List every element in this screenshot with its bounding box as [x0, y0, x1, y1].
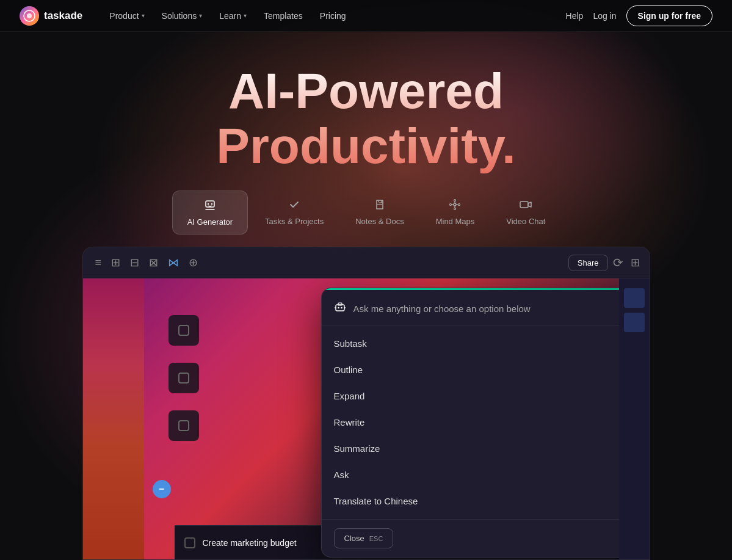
chevron-down-icon: ▾ — [244, 12, 247, 19]
toolbar-calendar-icon[interactable]: ⊟ — [128, 253, 142, 272]
ai-modal-header: Ask me anything or choose an option belo… — [322, 290, 619, 325]
feature-tabs: AI Generator Tasks & Projects Notes & Do… — [0, 191, 732, 235]
ai-option-rewrite[interactable]: Rewrite — [322, 409, 619, 435]
demo-toolbar: ≡ ⊞ ⊟ ⊠ ⋈ ⊕ Share ⟳ ⊞ — [83, 247, 650, 278]
navbar: taskade Product ▾ Solutions ▾ Learn ▾ Te… — [0, 0, 732, 32]
toolbar-table-icon[interactable]: ⊠ — [147, 253, 161, 272]
demo-sidebar — [83, 278, 144, 559]
checklist-item-1 — [169, 315, 199, 346]
nav-learn[interactable]: Learn ▾ — [212, 7, 254, 24]
nav-pricing[interactable]: Pricing — [313, 7, 353, 24]
hero-section: AI-Powered Productivity. — [0, 32, 732, 173]
nav-links: Product ▾ Solutions ▾ Learn ▾ Templates … — [102, 7, 565, 24]
ai-option-summarize[interactable]: Summarize — [322, 435, 619, 462]
toolbar-mindmap-icon[interactable]: ⊕ — [186, 253, 200, 272]
svg-point-21 — [338, 307, 339, 309]
tab-tasks-projects[interactable]: Tasks & Projects — [250, 191, 338, 235]
logo-text: taskade — [44, 10, 82, 22]
nav-templates[interactable]: Templates — [256, 7, 310, 24]
chevron-down-icon: ▾ — [199, 12, 202, 19]
tab-tasks-projects-label: Tasks & Projects — [265, 217, 324, 226]
tab-notes-docs-label: Notes & Docs — [355, 217, 404, 226]
close-modal-button[interactable]: Close ESC — [334, 528, 394, 548]
svg-rect-18 — [520, 202, 528, 208]
checklist-item-2 — [169, 363, 199, 393]
tab-video-chat-label: Video Chat — [506, 217, 545, 226]
ai-option-subtask[interactable]: Subtask — [322, 330, 619, 357]
right-panel-item-2 — [624, 313, 645, 332]
signup-button[interactable]: Sign up for free — [626, 5, 712, 26]
toolbar-list-icon[interactable]: ≡ — [93, 254, 104, 272]
demo-right-panel — [619, 278, 650, 559]
ai-option-ask[interactable]: Ask — [322, 462, 619, 488]
collapse-button[interactable]: − — [153, 480, 171, 498]
svg-point-14 — [454, 200, 456, 202]
ai-generator-icon — [203, 198, 217, 214]
tab-notes-docs[interactable]: Notes & Docs — [341, 191, 418, 235]
toolbar-share-nodes-icon[interactable]: ⋈ — [165, 253, 181, 272]
new-task-checkbox[interactable] — [184, 537, 195, 548]
mind-maps-icon — [448, 198, 462, 213]
nav-right: Help Log in Sign up for free — [566, 5, 712, 26]
tab-mind-maps[interactable]: Mind Maps — [421, 191, 490, 235]
ai-option-outline[interactable]: Outline — [322, 357, 619, 383]
tab-ai-generator[interactable]: AI Generator — [172, 191, 248, 235]
share-button[interactable]: Share — [568, 255, 608, 271]
tab-video-chat[interactable]: Video Chat — [491, 191, 560, 235]
toolbar-ai-icon[interactable]: ⟳ — [613, 255, 623, 270]
esc-key-hint: ESC — [369, 535, 383, 542]
toolbar-grid-icon[interactable]: ⊞ — [109, 253, 123, 272]
checkbox-2 — [178, 373, 189, 384]
svg-point-17 — [458, 204, 460, 206]
login-link[interactable]: Log in — [593, 11, 616, 21]
ai-option-expand[interactable]: Expand — [322, 383, 619, 409]
toolbar-settings-icon[interactable]: ⊞ — [631, 256, 640, 269]
help-link[interactable]: Help — [566, 11, 584, 21]
ai-modal-footer: Close ESC Learn more ⓘ — [322, 519, 619, 557]
demo-window: ≡ ⊞ ⊟ ⊠ ⋈ ⊕ Share ⟳ ⊞ — [82, 247, 650, 560]
chevron-down-icon: ▾ — [142, 12, 145, 19]
nav-solutions[interactable]: Solutions ▾ — [154, 7, 210, 24]
right-panel-item-1 — [624, 288, 645, 308]
svg-point-15 — [454, 208, 456, 210]
checkbox-3 — [178, 420, 189, 431]
checklist-item-3 — [169, 410, 199, 441]
tab-mind-maps-label: Mind Maps — [436, 217, 475, 226]
checklist-items — [169, 315, 199, 441]
tasks-projects-icon — [288, 198, 301, 213]
svg-point-5 — [211, 203, 212, 205]
video-chat-icon — [519, 198, 532, 213]
nav-product[interactable]: Product ▾ — [102, 7, 151, 24]
ai-options-list: Subtask Outline Expand Rewrite Summarize… — [322, 325, 619, 519]
demo-main: − Ask me anything o — [144, 278, 619, 559]
demo-content: − Ask me anything o — [83, 278, 650, 559]
logo[interactable]: taskade — [20, 6, 82, 26]
notes-docs-icon — [373, 198, 386, 213]
svg-point-1 — [27, 13, 32, 18]
ai-option-translate[interactable]: Translate to Chinese — [322, 488, 619, 514]
hero-title: AI-Powered Productivity. — [0, 64, 732, 173]
svg-point-9 — [454, 203, 456, 206]
tab-ai-generator-label: AI Generator — [187, 217, 233, 227]
svg-point-4 — [208, 203, 209, 205]
ai-modal: Ask me anything or choose an option belo… — [321, 288, 619, 558]
ai-robot-icon — [334, 301, 346, 316]
svg-point-22 — [341, 307, 342, 309]
checkbox-1 — [178, 325, 189, 336]
svg-point-16 — [450, 204, 452, 206]
ai-prompt-text: Ask me anything or choose an option belo… — [353, 304, 531, 314]
logo-icon — [20, 6, 39, 26]
